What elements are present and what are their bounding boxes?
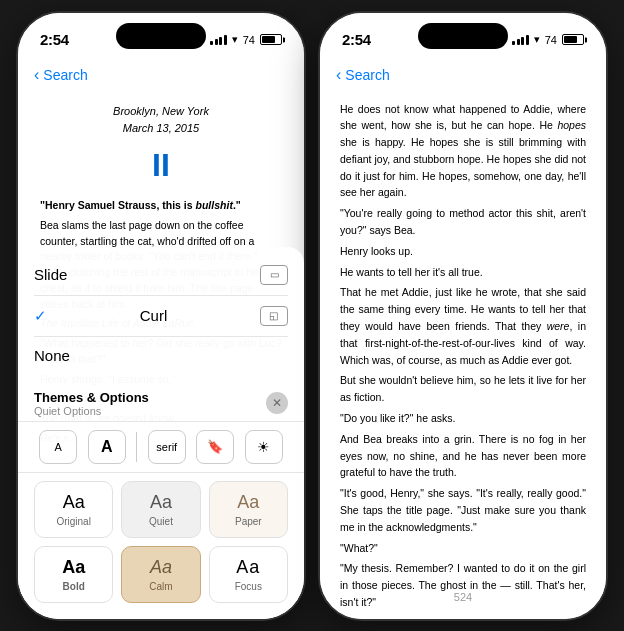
font-serif-button[interactable]: serif [148,430,186,464]
battery-icon-right [562,34,584,45]
slide-options: Slide ▭ ✓ Curl ◱ None [18,247,304,382]
phones-container: 2:54 ▾ 74 ‹ [16,11,608,621]
theme-focus-name: Focus [235,581,262,592]
theme-original-aa: Aa [63,492,85,513]
top-nav-right: ‹ Search [320,57,606,93]
theme-bold[interactable]: Aa Bold [34,546,113,603]
themes-grid: Aa Original Aa Quiet Aa Paper Aa Bold [18,473,304,619]
theme-calm[interactable]: Aa Calm [121,546,200,603]
font-divider [136,432,137,462]
page-number: 524 [320,591,606,603]
theme-bold-name: Bold [63,581,85,592]
time-right: 2:54 [342,31,371,48]
slide-icon: ▭ [260,265,288,285]
font-decrease-button[interactable]: A [39,430,77,464]
chapter-number: II [40,141,282,191]
theme-focus-aa: Aa [236,557,260,578]
book-content-right: He does not know what happened to Addie,… [320,93,606,609]
theme-bold-aa: Aa [62,557,85,578]
themes-title: Themes & Options [34,390,149,405]
back-chevron-left: ‹ [34,66,39,84]
left-phone: 2:54 ▾ 74 ‹ [16,11,306,621]
back-chevron-right: ‹ [336,66,341,84]
font-controls: A A serif 🔖 ☀ [18,422,304,473]
curl-label: Curl [140,307,168,324]
curl-check: ✓ [34,307,47,325]
dynamic-island-left [116,23,206,49]
wifi-icon: ▾ [232,33,238,46]
top-nav-left: ‹ Search [18,57,304,93]
signal-icon [210,34,227,45]
signal-icon-right [512,34,529,45]
battery-text-right: 74 [545,34,557,46]
book-location: Brooklyn, New York March 13, 2015 [40,103,282,137]
overlay-panel: Slide ▭ ✓ Curl ◱ None [18,247,304,619]
right-phone-screen: 2:54 ▾ 74 ‹ [320,13,606,619]
right-phone: 2:54 ▾ 74 ‹ [318,11,608,621]
slide-option-slide[interactable]: Slide ▭ [34,255,288,296]
slide-option-none[interactable]: None [34,337,288,374]
themes-header: Themes & Options Quiet Options ✕ [18,382,304,422]
battery-text-left: 74 [243,34,255,46]
none-label: None [34,347,70,364]
dynamic-island-right [418,23,508,49]
theme-calm-aa: Aa [150,557,172,578]
themes-subtitle: Quiet Options [34,405,149,417]
back-label-left: Search [43,67,87,83]
theme-quiet-name: Quiet [149,516,173,527]
back-label-right: Search [345,67,389,83]
font-increase-button[interactable]: A [88,430,126,464]
theme-quiet-aa: Aa [150,492,172,513]
theme-focus[interactable]: Aa Focus [209,546,288,603]
theme-original-name: Original [56,516,90,527]
back-button-right[interactable]: ‹ Search [336,66,390,84]
back-button-left[interactable]: ‹ Search [34,66,88,84]
theme-paper[interactable]: Aa Paper [209,481,288,538]
battery-icon-left [260,34,282,45]
status-icons-right: ▾ 74 [512,33,584,46]
brightness-button[interactable]: ☀ [245,430,283,464]
book-text-right: He does not know what happened to Addie,… [340,101,586,609]
time-left: 2:54 [40,31,69,48]
wifi-icon-right: ▾ [534,33,540,46]
theme-paper-name: Paper [235,516,262,527]
font-bookmark-button[interactable]: 🔖 [196,430,234,464]
left-phone-screen: 2:54 ▾ 74 ‹ [18,13,304,619]
theme-paper-aa: Aa [237,492,259,513]
status-icons-left: ▾ 74 [210,33,282,46]
slide-option-curl[interactable]: ✓ Curl ◱ [34,296,288,337]
close-panel-button[interactable]: ✕ [266,392,288,414]
theme-quiet[interactable]: Aa Quiet [121,481,200,538]
theme-calm-name: Calm [149,581,172,592]
curl-icon: ◱ [260,306,288,326]
theme-original[interactable]: Aa Original [34,481,113,538]
slide-label: Slide [34,266,67,283]
